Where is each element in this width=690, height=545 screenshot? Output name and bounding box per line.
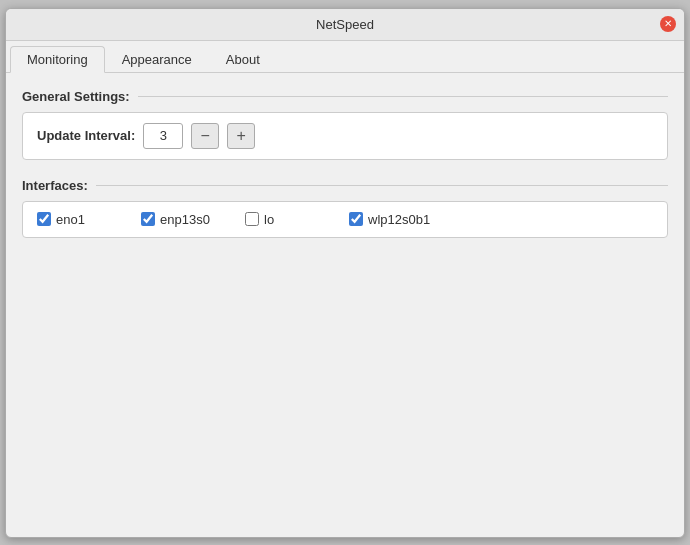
tab-monitoring[interactable]: Monitoring — [10, 46, 105, 73]
general-settings-box: Update Interval: − + — [22, 112, 668, 160]
app-window: NetSpeed ✕ Monitoring Appearance About G… — [5, 8, 685, 538]
interface-enp13s0[interactable]: enp13s0 — [141, 212, 221, 227]
titlebar: NetSpeed ✕ — [6, 9, 684, 41]
interface-wlp12s0b1-label: wlp12s0b1 — [368, 212, 430, 227]
general-settings-title: General Settings: — [22, 89, 668, 104]
update-interval-input[interactable] — [143, 123, 183, 149]
decrement-button[interactable]: − — [191, 123, 219, 149]
interface-lo-label: lo — [264, 212, 274, 227]
tab-about[interactable]: About — [209, 46, 277, 73]
interfaces-section: Interfaces: eno1 enp13s0 lo — [22, 178, 668, 238]
close-button[interactable]: ✕ — [660, 16, 676, 32]
interface-enp13s0-checkbox[interactable] — [141, 212, 155, 226]
update-interval-row: Update Interval: − + — [37, 123, 653, 149]
tab-content: General Settings: Update Interval: − + I… — [6, 73, 684, 537]
update-interval-label: Update Interval: — [37, 128, 135, 143]
interfaces-title: Interfaces: — [22, 178, 668, 193]
tab-bar: Monitoring Appearance About — [6, 41, 684, 73]
interface-lo[interactable]: lo — [245, 212, 325, 227]
interface-eno1-checkbox[interactable] — [37, 212, 51, 226]
tab-appearance[interactable]: Appearance — [105, 46, 209, 73]
interface-eno1-label: eno1 — [56, 212, 85, 227]
interface-enp13s0-label: enp13s0 — [160, 212, 210, 227]
interface-eno1[interactable]: eno1 — [37, 212, 117, 227]
general-settings-section: General Settings: Update Interval: − + — [22, 89, 668, 160]
interfaces-box: eno1 enp13s0 lo wlp12s0b1 — [22, 201, 668, 238]
increment-button[interactable]: + — [227, 123, 255, 149]
interface-wlp12s0b1-checkbox[interactable] — [349, 212, 363, 226]
interface-wlp12s0b1[interactable]: wlp12s0b1 — [349, 212, 430, 227]
window-title: NetSpeed — [316, 17, 374, 32]
interfaces-row: eno1 enp13s0 lo wlp12s0b1 — [37, 212, 653, 227]
interface-lo-checkbox[interactable] — [245, 212, 259, 226]
